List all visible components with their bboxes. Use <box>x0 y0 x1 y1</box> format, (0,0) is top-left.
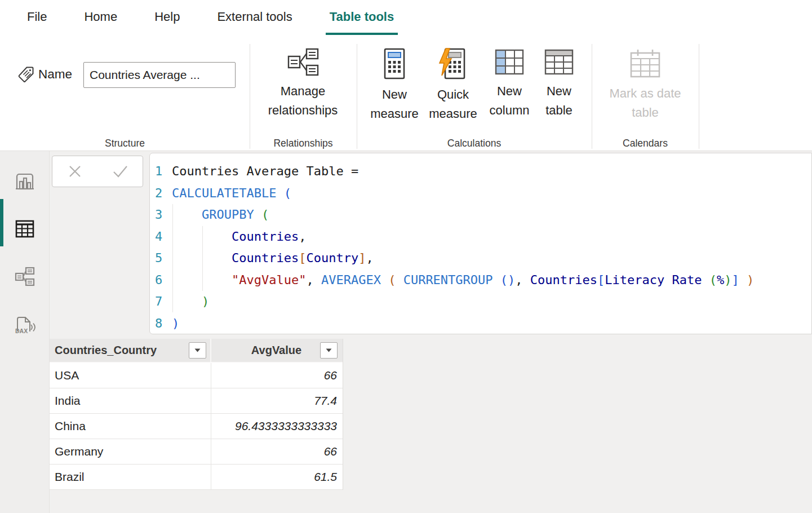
indent-guide <box>202 226 203 291</box>
code-token: ) <box>172 316 179 330</box>
sidebar-item-model-view[interactable] <box>0 260 50 294</box>
code-line-3[interactable]: 3 GROUPBY ( <box>150 204 811 226</box>
tab-file[interactable]: File <box>8 0 65 35</box>
new-measure-button[interactable]: New measure <box>366 47 423 123</box>
tab-table-tools[interactable]: Table tools <box>311 0 413 35</box>
cell-avgvalue[interactable]: 66 <box>211 363 343 388</box>
tab-external-tools[interactable]: External tools <box>198 0 310 35</box>
powerbi-window: FileHomeHelpExternal toolsTable tools Na… <box>0 0 812 513</box>
line-number: 1 <box>150 161 168 183</box>
line-number: 8 <box>150 313 168 335</box>
code-line-1[interactable]: 1Countries Average Table = <box>150 161 811 183</box>
code-token: Countries Average Table = <box>172 164 358 178</box>
dax-query-view-icon: DAX <box>14 315 36 336</box>
code-token: [ <box>597 273 605 287</box>
view-sidebar: DAX <box>0 151 50 513</box>
cell-avgvalue[interactable]: 96.4333333333333 <box>211 414 343 439</box>
tab-label: Help <box>154 10 180 24</box>
data-view-icon <box>14 219 36 239</box>
code-text: ) <box>172 291 209 313</box>
code-token: , <box>299 229 306 244</box>
commit-formula-button[interactable] <box>103 158 137 185</box>
manage-relationships-icon <box>287 47 320 77</box>
quick-measure-icon <box>438 47 468 80</box>
code-token <box>172 273 232 287</box>
code-token <box>172 251 232 265</box>
tab-home[interactable]: Home <box>65 0 136 35</box>
new-column-button[interactable]: New column <box>482 47 536 120</box>
cell-country[interactable]: Brazil <box>50 465 211 489</box>
table-row: Germany66 <box>50 439 343 465</box>
cell-country[interactable]: Germany <box>50 439 211 464</box>
cell-avgvalue[interactable]: 61.5 <box>211 465 343 489</box>
new-table-label: New table <box>535 82 583 120</box>
name-tag-icon <box>17 65 35 83</box>
cell-country[interactable]: USA <box>50 363 211 388</box>
line-number: 6 <box>150 269 168 291</box>
cell-avgvalue[interactable]: 77.4 <box>211 388 343 413</box>
code-token: [ <box>299 251 306 265</box>
code-token: ] <box>358 251 366 265</box>
filter-button[interactable] <box>189 342 206 359</box>
code-text: CALCULATETABLE ( <box>172 183 291 205</box>
report-view-icon <box>14 171 36 192</box>
code-token: , <box>515 273 530 287</box>
name-field-label: Name <box>38 67 72 82</box>
new-table-button[interactable]: New table <box>535 47 583 120</box>
mark-as-date-table-button[interactable]: Mark as date table <box>601 47 690 122</box>
cell-country[interactable]: India <box>50 388 211 413</box>
group-divider <box>250 44 250 149</box>
data-grid-body: USA66India77.4China96.4333333333333Germa… <box>50 363 343 490</box>
table-name-input[interactable] <box>83 62 236 88</box>
code-text: Countries Average Table = <box>172 161 358 183</box>
tab-label: File <box>27 10 47 24</box>
code-line-5[interactable]: 5 Countries[Country], <box>150 247 811 269</box>
line-number: 2 <box>150 183 168 205</box>
sidebar-item-data-view[interactable] <box>0 212 50 246</box>
code-token: Countries <box>232 229 299 244</box>
cell-avgvalue[interactable]: 66 <box>211 439 343 464</box>
code-token: ) <box>739 273 755 287</box>
sidebar-item-dax-query-view[interactable]: DAX <box>0 308 50 342</box>
svg-text:DAX: DAX <box>15 328 28 334</box>
calendar-icon <box>628 47 663 79</box>
code-token <box>172 294 202 308</box>
table-row: India77.4 <box>50 388 343 414</box>
new-column-label: New column <box>482 82 536 120</box>
mark-as-date-table-label: Mark as date table <box>601 84 690 122</box>
code-text: "AvgValue", AVERAGEX ( CURRENTGROUP (), … <box>172 269 754 291</box>
formula-bar-buttons <box>52 156 143 187</box>
code-line-8[interactable]: 8) <box>150 313 811 335</box>
ribbon-tab-strip: FileHomeHelpExternal toolsTable tools <box>0 0 812 35</box>
cell-country[interactable]: China <box>50 414 211 439</box>
chevron-down-icon <box>194 348 201 352</box>
table-row: China96.4333333333333 <box>50 414 343 439</box>
code-line-2[interactable]: 2CALCULATETABLE ( <box>150 183 811 205</box>
column-header-avgvalue[interactable]: AvgValue <box>211 339 341 362</box>
code-token <box>172 229 232 244</box>
line-number: 3 <box>150 204 168 226</box>
tab-help[interactable]: Help <box>136 0 198 35</box>
code-line-7[interactable]: 7 ) <box>150 291 811 313</box>
manage-relationships-button[interactable]: Manage relationships <box>254 47 352 120</box>
sidebar-item-report-view[interactable] <box>0 165 50 198</box>
code-token: ] <box>731 273 739 287</box>
table-row: Brazil61.5 <box>50 465 343 490</box>
filter-button[interactable] <box>320 342 338 359</box>
cancel-formula-button[interactable] <box>58 158 92 185</box>
quick-measure-button[interactable]: Quick measure <box>424 47 482 123</box>
code-line-6[interactable]: 6 "AvgValue", AVERAGEX ( CURRENTGROUP ()… <box>150 269 811 291</box>
column-header-countries-country[interactable]: Countries_Country <box>50 339 211 362</box>
line-number: 7 <box>150 291 168 313</box>
code-token: Countries <box>530 273 597 287</box>
column-header-label: Countries_Country <box>55 344 157 357</box>
checkmark-icon <box>112 164 128 179</box>
new-column-icon <box>494 47 525 77</box>
code-text: ) <box>172 313 179 335</box>
dax-formula-editor[interactable]: 1Countries Average Table =2CALCULATETABL… <box>149 153 812 334</box>
code-line-4[interactable]: 4 Countries, <box>150 226 811 248</box>
table-row: USA66 <box>50 363 343 388</box>
indent-guide <box>172 204 173 312</box>
code-token: () <box>500 273 516 287</box>
code-token: ) <box>724 273 731 287</box>
